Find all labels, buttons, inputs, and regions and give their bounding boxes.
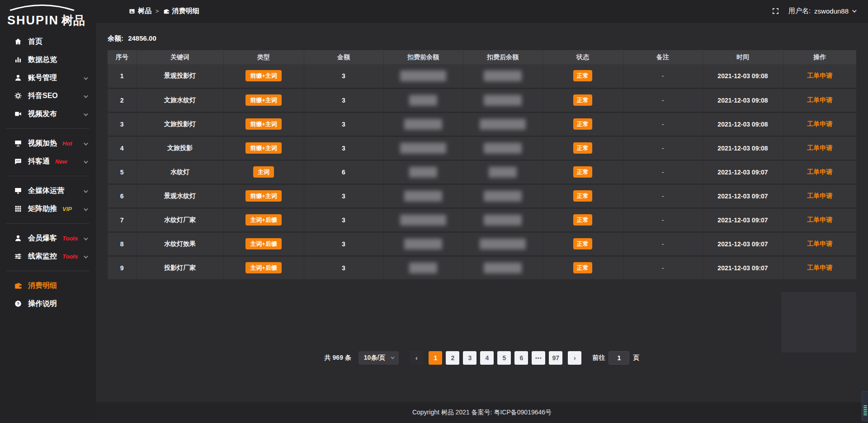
cell-balance-before [383,64,463,88]
video-camera-icon [14,109,23,118]
work-order-link[interactable]: 工单申请 [807,216,832,223]
cell-balance-before [383,208,463,232]
chevron-down-icon [84,187,87,195]
sidebar-item-label: 视频加热 [28,139,57,148]
fullscreen-button[interactable] [772,7,779,15]
sidebar-item-matrix-boost[interactable]: 矩阵助推 VIP [0,200,96,218]
app-logo[interactable]: SHUPIN 树品 [0,4,96,27]
cell-action: 工单申请 [783,112,856,136]
wallet-icon [163,8,170,14]
sidebar-item-home[interactable]: 首页 [0,33,96,51]
redacted-balance [404,239,442,249]
prev-page-button[interactable]: ‹ [410,351,423,365]
cell-keyword: 水纹灯 [137,160,223,184]
tools-badge: Tools [62,235,78,242]
work-order-link[interactable]: 工单申请 [807,192,832,199]
cell-remark: - [623,160,703,184]
col-header-balance-before: 扣费前余额 [383,50,463,64]
cell-amount: 3 [304,64,383,88]
page-button-3[interactable]: 3 [463,351,476,365]
balance-row: 余额: 24856.00 [108,34,856,43]
floating-widget[interactable] [862,391,868,421]
cell-remark: - [623,136,703,160]
chevron-down-icon [84,157,87,165]
divider [6,223,90,224]
redacted-balance [409,95,437,106]
table-header: 序号 关键词 类型 金额 扣费前余额 扣费后余额 状态 备注 时间 操作 [108,50,856,64]
cell-time: 2021-12-03 09:08 [703,88,783,112]
sidebar-item-video-publish[interactable]: 视频发布 [0,105,96,123]
cell-keyword: 景观投影灯 [137,64,223,88]
work-order-link[interactable]: 工单申请 [807,240,832,247]
tools-badge: Tools [62,253,78,260]
page-button-6[interactable]: 6 [514,351,528,365]
cell-amount: 3 [304,256,383,280]
work-order-link[interactable]: 工单申请 [807,96,832,103]
sidebar-item-douketong[interactable]: 抖客通 New [0,152,96,170]
page-button-1[interactable]: 1 [429,351,442,365]
cell-balance-before [383,256,463,280]
status-badge: 正常 [573,262,592,273]
widget-stripe [863,413,867,414]
balance-value: 24856.00 [128,34,156,42]
cell-balance-before [383,184,463,208]
user-menu[interactable]: 用户名: zswodun88 [788,7,855,15]
chevron-down-icon [84,92,87,100]
sidebar-nav: 首页 数据总览 账号管理 [0,33,96,313]
widget-stripe [863,407,867,408]
work-order-link[interactable]: 工单申请 [807,168,832,175]
cell-keyword: 文旅投影灯 [137,112,223,136]
work-order-link[interactable]: 工单申请 [807,120,832,127]
sidebar-item-douyin-seo[interactable]: 抖音SEO [0,87,96,105]
main-area: 树品 > 消费明细 用户名: zswodun88 [96,0,868,423]
username-value: zswodun88 [814,7,849,15]
sidebar-item-label: 抖音SEO [28,91,58,101]
sidebar-item-video-heat[interactable]: 视频加热 Hot [0,134,96,152]
goto-page-input[interactable] [609,351,629,365]
photo-icon [129,8,135,14]
bar-chart-icon [14,55,23,64]
page-button-4[interactable]: 4 [480,351,494,365]
more-pages-button[interactable]: ••• [532,351,545,365]
sidebar-item-instructions[interactable]: ? 操作说明 [0,295,96,313]
page-button-97[interactable]: 97 [549,351,562,365]
page-button-2[interactable]: 2 [446,351,459,365]
work-order-link[interactable]: 工单申请 [807,72,832,79]
type-badge: 前缀+主词 [245,190,282,202]
breadcrumb-home[interactable]: 树品 [129,7,151,15]
status-badge: 正常 [573,190,592,202]
sidebar-item-data-overview[interactable]: 数据总览 [0,51,96,69]
page-button-5[interactable]: 5 [497,351,511,365]
goto-label: 前往 [592,354,605,362]
cell-action: 工单申请 [783,136,856,160]
widget-stripe [863,414,867,415]
cell-amount: 3 [304,112,383,136]
per-page-select[interactable]: 10条/页 [359,351,399,365]
sidebar-item-clue-monitor[interactable]: 线索监控 Tools [0,247,96,265]
breadcrumb-current[interactable]: 消费明细 [163,7,199,15]
status-badge: 正常 [573,142,592,154]
sidebar-item-all-media[interactable]: 全媒体运营 [0,182,96,200]
redacted-balance [409,263,437,273]
person-icon [14,234,23,243]
monitor-icon [14,186,23,195]
sidebar-item-account-management[interactable]: 账号管理 [0,69,96,87]
sliders-icon [14,252,23,261]
sidebar-item-consumption-detail[interactable]: 消费明细 [0,277,96,295]
sidebar-item-label: 数据总览 [28,55,57,65]
cell-no: 1 [108,64,137,88]
next-page-button[interactable]: › [568,351,581,365]
widget-stripe [863,411,867,412]
total-count: 共 969 条 [325,354,351,362]
cell-status: 正常 [542,88,623,112]
sidebar-item-member-baoke[interactable]: 会员爆客 Tools [0,229,96,247]
work-order-link[interactable]: 工单申请 [807,264,832,271]
redacted-balance [484,215,522,226]
cell-no: 8 [108,232,137,256]
cell-amount: 3 [304,136,383,160]
app-window: SHUPIN 树品 首页 数据总览 账号管理 [0,0,868,423]
cell-type: 前缀+主词 [223,184,304,208]
cell-remark: - [623,184,703,208]
work-order-link[interactable]: 工单申请 [807,144,832,151]
cell-balance-after [463,256,542,280]
